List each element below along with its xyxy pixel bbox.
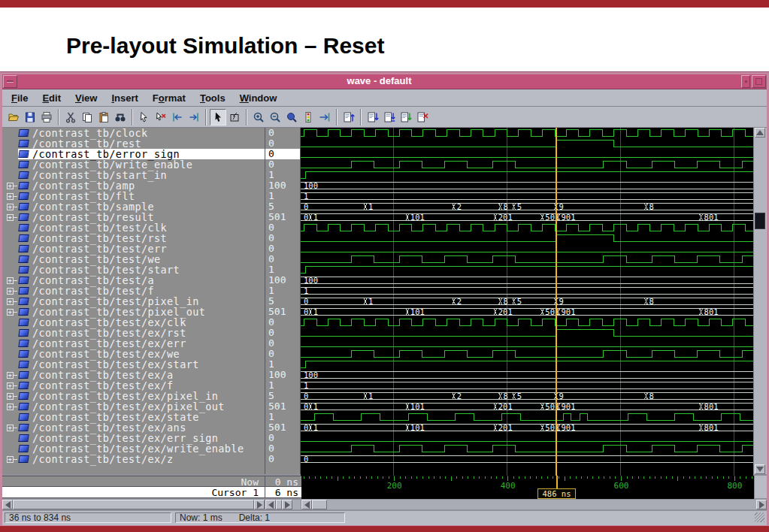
- expand-plus-icon[interactable]: +: [7, 382, 14, 389]
- signal-row[interactable]: /contrast_tb/clock: [2, 128, 265, 138]
- delete-cursor-button[interactable]: [153, 109, 169, 125]
- expand-plus-icon[interactable]: +: [7, 425, 14, 431]
- names-h-scrollbar[interactable]: [2, 500, 265, 509]
- scroll-up-button[interactable]: [755, 128, 765, 138]
- signal-row[interactable]: +/contrast_tb/test/ex/ans: [2, 422, 265, 433]
- wave-scrollbar-thumb[interactable]: [312, 500, 327, 509]
- expand-plus-icon[interactable]: +: [7, 214, 14, 221]
- menu-item-format[interactable]: Format: [153, 92, 186, 104]
- zoom-signal-range-button[interactable]: [300, 109, 316, 125]
- wave-search-up-button[interactable]: [341, 109, 357, 125]
- wave-search-next-button[interactable]: [398, 109, 414, 125]
- scroll-left-button[interactable]: [301, 500, 312, 509]
- menu-item-file[interactable]: File: [11, 92, 28, 104]
- window-maximize-button[interactable]: [752, 75, 766, 88]
- expand-plus-icon[interactable]: +: [7, 393, 14, 400]
- expand-plus-icon[interactable]: +: [7, 183, 14, 189]
- signal-row[interactable]: /contrast_tb/test/rst: [2, 233, 265, 243]
- window-menu-button[interactable]: [3, 75, 17, 88]
- signal-row[interactable]: /contrast_tb/test/start: [2, 264, 265, 275]
- signal-row[interactable]: +/contrast_tb/flt: [2, 191, 265, 201]
- signal-row[interactable]: /contrast_tb/error_sign: [2, 149, 265, 159]
- signal-row[interactable]: +/contrast_tb/sample: [2, 201, 265, 212]
- wave-vertical-scrollbar[interactable]: [753, 128, 766, 474]
- signal-row[interactable]: /contrast_tb/rest: [2, 138, 265, 149]
- signal-row[interactable]: +/contrast_tb/test/ex/pixel_in: [2, 391, 265, 401]
- cursor-row[interactable]: Cursor 1 6 ns: [2, 487, 301, 498]
- signal-row[interactable]: +/contrast_tb/amp: [2, 180, 265, 191]
- paste-button[interactable]: [95, 109, 112, 125]
- signal-row[interactable]: /contrast_tb/start_in: [2, 170, 265, 180]
- open-button[interactable]: [5, 109, 22, 125]
- signal-row[interactable]: +/contrast_tb/test/f: [2, 286, 265, 296]
- wave-h-scrollbar[interactable]: [301, 500, 767, 509]
- expand-plus-icon[interactable]: +: [7, 372, 14, 379]
- save-button[interactable]: [22, 109, 38, 125]
- signal-row[interactable]: +/contrast_tb/test/pixel_out: [2, 307, 265, 317]
- menu-item-tools[interactable]: Tools: [200, 92, 226, 104]
- zoom-in-button[interactable]: [250, 109, 267, 125]
- expand-plus-icon[interactable]: +: [7, 309, 14, 316]
- scroll-right-button[interactable]: [254, 500, 265, 509]
- cut-button[interactable]: [62, 109, 79, 125]
- signal-row[interactable]: /contrast_tb/test/ex/state: [2, 412, 265, 422]
- zoom-out-button[interactable]: [267, 109, 283, 125]
- signal-row[interactable]: /contrast_tb/test/clk: [2, 222, 265, 233]
- expand-plus-icon[interactable]: +: [7, 288, 14, 295]
- signal-row[interactable]: /contrast_tb/test/ex/we: [2, 349, 265, 359]
- vertical-scrollbar-thumb[interactable]: [755, 213, 765, 229]
- signal-row[interactable]: /contrast_tb/test/ex/start: [2, 359, 265, 370]
- window-minimize-button[interactable]: [741, 75, 750, 88]
- find-prev-transition-button[interactable]: [169, 109, 186, 125]
- zoom-full-button[interactable]: [283, 109, 300, 125]
- wave-search-down-button[interactable]: [365, 109, 381, 125]
- signal-row[interactable]: +/contrast_tb/test/a: [2, 275, 265, 286]
- resize-grip-icon[interactable]: [755, 512, 764, 522]
- wave-search-cancel-button[interactable]: [414, 109, 431, 125]
- signal-row[interactable]: +/contrast_tb/test/ex/pixel_out: [2, 401, 265, 412]
- expand-plus-icon[interactable]: +: [7, 193, 14, 200]
- signal-row[interactable]: /contrast_tb/test/err: [2, 243, 265, 254]
- wave-search-bottom-button[interactable]: [381, 109, 398, 125]
- find-button[interactable]: [112, 109, 129, 125]
- menu-item-edit[interactable]: Edit: [42, 92, 61, 104]
- scroll-right-button[interactable]: [282, 500, 292, 509]
- signal-row[interactable]: /contrast_tb/write_enable: [2, 159, 265, 170]
- signal-row[interactable]: +/contrast_tb/test/pixel_in: [2, 296, 265, 307]
- signal-row[interactable]: /contrast_tb/test/we: [2, 254, 265, 264]
- signal-row[interactable]: +/contrast_tb/test/ex/f: [2, 380, 265, 391]
- zoom-cursor-button[interactable]: [316, 109, 333, 125]
- signal-row[interactable]: /contrast_tb/test/ex/err_sign: [2, 433, 265, 443]
- expand-plus-icon[interactable]: +: [7, 404, 14, 410]
- waveform-canvas[interactable]: 1001012859801101201501901801100101285980…: [301, 128, 753, 474]
- signal-row[interactable]: /contrast_tb/test/ex/write_enable: [2, 443, 265, 454]
- expand-plus-icon[interactable]: +: [7, 456, 14, 463]
- scrollbar-trough[interactable]: [327, 500, 756, 509]
- window-titlebar[interactable]: wave - default: [2, 74, 767, 89]
- copy-button[interactable]: [79, 109, 95, 125]
- expand-plus-icon[interactable]: +: [7, 204, 14, 210]
- signal-row[interactable]: +/contrast_tb/test/ex/z: [2, 454, 265, 464]
- menu-item-insert[interactable]: Insert: [111, 92, 138, 104]
- values-scrollbar-thumb[interactable]: [276, 500, 282, 509]
- signal-row[interactable]: /contrast_tb/test/ex/clk: [2, 317, 265, 328]
- signal-row[interactable]: +/contrast_tb/result: [2, 212, 265, 222]
- timeline-ruler[interactable]: 200400600800486 ns: [301, 476, 754, 498]
- values-h-scrollbar[interactable]: [265, 500, 301, 509]
- find-next-transition-button[interactable]: [186, 109, 202, 125]
- menu-item-window[interactable]: Window: [240, 92, 277, 104]
- scroll-left-button[interactable]: [2, 500, 13, 509]
- zoom-mode-button[interactable]: [226, 109, 243, 125]
- expand-plus-icon[interactable]: +: [7, 298, 14, 305]
- scroll-right-button[interactable]: [756, 500, 767, 509]
- signal-row[interactable]: /contrast_tb/test/ex/rst: [2, 328, 265, 338]
- print-button[interactable]: [38, 109, 55, 125]
- select-mode-button[interactable]: [210, 109, 226, 125]
- menu-item-view[interactable]: View: [75, 92, 97, 104]
- add-cursor-button[interactable]: [136, 109, 153, 125]
- scroll-left-button[interactable]: [265, 500, 276, 509]
- signal-row[interactable]: +/contrast_tb/test/ex/a: [2, 370, 265, 380]
- expand-plus-icon[interactable]: +: [7, 277, 14, 284]
- scroll-down-button[interactable]: [755, 464, 765, 474]
- names-scrollbar-thumb[interactable]: [13, 500, 254, 509]
